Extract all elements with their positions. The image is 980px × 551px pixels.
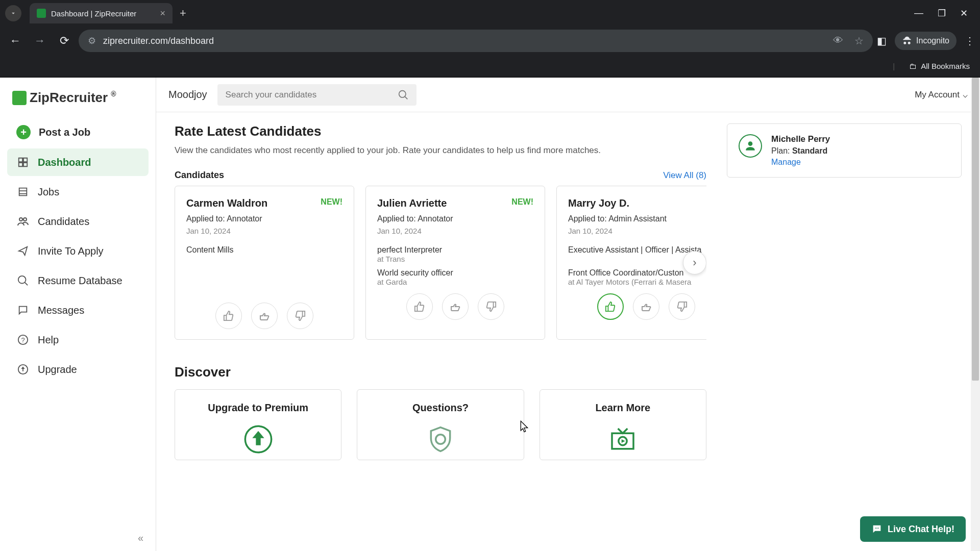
candidate-card[interactable]: Julien Avriette NEW! Applied to: Annotat… [365, 186, 545, 340]
hand-icon [640, 300, 652, 313]
sidebar-label: Invite To Apply [38, 245, 104, 257]
thumbs-up-icon [414, 301, 425, 312]
candidate-name: Marry Joy D. [568, 197, 629, 209]
thumbs-down-button[interactable] [287, 303, 313, 329]
reload-button[interactable]: ⟳ [54, 31, 75, 51]
account-summary-box: Michelle Perry Plan: Standard Manage [727, 123, 962, 178]
thumbs-up-button[interactable] [215, 303, 242, 329]
sidebar: ZipRecruiter® + Post a Job Dashboard Job… [0, 78, 156, 551]
new-badge: NEW! [511, 197, 533, 207]
scrollbar-track[interactable] [971, 78, 980, 551]
sidebar-item-help[interactable]: ? Help [7, 326, 149, 354]
side-panel-icon[interactable]: ◧ [877, 35, 887, 47]
site-settings-icon[interactable]: ⚙ [88, 35, 96, 46]
svg-point-4 [436, 435, 446, 444]
collapse-sidebar-button[interactable]: « [138, 532, 143, 544]
sidebar-item-dashboard[interactable]: Dashboard [7, 148, 149, 176]
svg-point-7 [876, 528, 877, 529]
live-chat-button[interactable]: Live Chat Help! [860, 516, 966, 542]
sidebar-item-invite[interactable]: Invite To Apply [7, 237, 149, 265]
thumbs-down-button[interactable] [478, 293, 504, 320]
search-icon [16, 274, 30, 287]
discover-card-upgrade[interactable]: Upgrade to Premium [175, 389, 341, 460]
incognito-icon [902, 36, 912, 46]
bookmark-star-icon[interactable]: ☆ [854, 35, 864, 47]
hand-icon [449, 300, 461, 313]
experience-title: perfect Interpreter [377, 245, 533, 255]
thumbs-down-icon [295, 310, 306, 321]
account-label: My Account [915, 90, 960, 100]
browser-tab[interactable]: Dashboard | ZipRecruiter × [30, 3, 173, 23]
account-name: Michelle Perry [771, 134, 830, 144]
scrollbar-thumb[interactable] [972, 78, 979, 381]
people-icon [16, 215, 30, 228]
manage-account-link[interactable]: Manage [771, 158, 830, 167]
candidates-label: Candidates [175, 170, 224, 181]
thumbs-up-button[interactable] [597, 293, 624, 320]
candidate-cards-row: Carmen Waldron NEW! Applied to: Annotato… [175, 186, 706, 340]
topbar: Moodjoy My Account ⌵ [156, 78, 980, 112]
view-all-link[interactable]: View All (8) [663, 170, 706, 181]
main-area: Moodjoy My Account ⌵ Rate Latest Candida… [156, 78, 980, 551]
sidebar-item-jobs[interactable]: Jobs [7, 178, 149, 206]
candidate-search-box[interactable] [217, 84, 416, 106]
tab-close-button[interactable]: × [160, 8, 165, 19]
sidebar-label: Jobs [38, 186, 59, 198]
browser-menu-button[interactable]: ⋮ [965, 35, 975, 47]
tab-search-button[interactable] [5, 5, 21, 21]
chat-label: Live Chat Help! [888, 524, 954, 535]
forward-button[interactable]: → [30, 31, 50, 51]
thumbs-down-button[interactable] [669, 293, 695, 320]
favicon-icon [37, 9, 46, 18]
incognito-indicator[interactable]: Incognito [895, 32, 957, 50]
browser-chrome: Dashboard | ZipRecruiter × + — ❐ ✕ ← → ⟳… [0, 0, 980, 78]
experience-title: World security officer [377, 268, 533, 278]
window-controls: — ❐ ✕ [914, 8, 975, 19]
back-button[interactable]: ← [5, 31, 26, 51]
hand-neutral-button[interactable] [633, 293, 659, 320]
hand-neutral-button[interactable] [442, 293, 469, 320]
search-icon[interactable] [398, 90, 408, 100]
section-title: Rate Latest Candidates [175, 123, 706, 139]
sidebar-item-messages[interactable]: Messages [7, 296, 149, 324]
sidebar-item-candidates[interactable]: Candidates [7, 208, 149, 235]
sidebar-item-resume-db[interactable]: Resume Database [7, 267, 149, 294]
all-bookmarks-link[interactable]: All Bookmarks [921, 62, 970, 70]
logo[interactable]: ZipRecruiter® [12, 90, 143, 106]
discover-card-learn-more[interactable]: Learn More [540, 389, 706, 460]
upgrade-arrow-icon [243, 424, 274, 455]
svg-text:?: ? [21, 336, 24, 344]
thumbs-up-button[interactable] [406, 293, 433, 320]
close-window-button[interactable]: ✕ [960, 8, 968, 19]
discover-card-questions[interactable]: Questions? [357, 389, 524, 460]
account-dropdown[interactable]: My Account ⌵ [915, 89, 968, 100]
sidebar-label: Post a Job [39, 127, 90, 138]
sidebar-label: Resume Database [38, 275, 122, 287]
carousel-next-button[interactable]: › [683, 251, 706, 274]
candidate-card[interactable]: Carmen Waldron NEW! Applied to: Annotato… [175, 186, 354, 340]
list-icon [16, 185, 30, 198]
sidebar-item-post-a-job[interactable]: + Post a Job [7, 118, 149, 146]
discover-title: Discover [175, 364, 706, 380]
candidate-search-input[interactable] [226, 90, 398, 100]
hand-neutral-button[interactable] [251, 303, 278, 329]
svg-point-6 [875, 528, 876, 529]
minimize-button[interactable]: — [914, 8, 923, 19]
applied-date: Jan 10, 2024 [377, 227, 533, 235]
folder-icon: 🗀 [909, 62, 917, 70]
maximize-button[interactable]: ❐ [938, 8, 946, 19]
tab-bar: Dashboard | ZipRecruiter × + — ❐ ✕ [0, 0, 980, 27]
applied-to: Applied to: Admin Assistant [568, 214, 706, 223]
shield-question-icon [425, 424, 456, 455]
address-bar[interactable]: ⚙ ziprecruiter.com/dashboard 👁 ☆ [79, 30, 873, 52]
new-tab-button[interactable]: + [180, 7, 186, 20]
discover-card-title: Learn More [550, 402, 696, 414]
thumbs-down-icon [676, 301, 688, 312]
org-name: Moodjoy [168, 89, 207, 101]
experience-sub: at Trans [377, 255, 533, 263]
page-content: ZipRecruiter® + Post a Job Dashboard Job… [0, 78, 980, 551]
sidebar-item-upgrade[interactable]: Upgrade [7, 356, 149, 383]
url-text: ziprecruiter.com/dashboard [103, 36, 214, 46]
visibility-off-icon[interactable]: 👁 [833, 35, 843, 47]
chevron-down-icon: ⌵ [963, 89, 968, 100]
